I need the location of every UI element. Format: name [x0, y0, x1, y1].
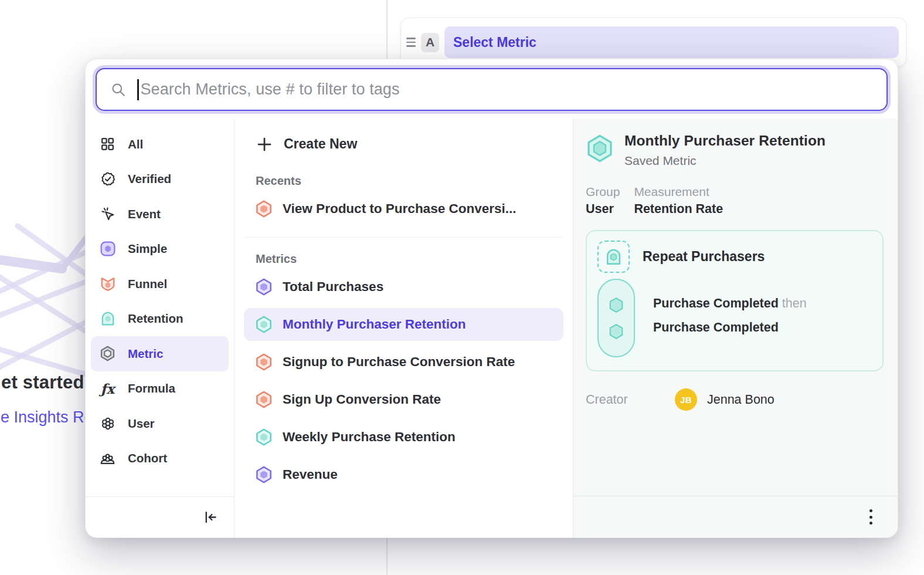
step-connector: then [782, 296, 807, 310]
sidebar-footer [86, 496, 234, 537]
verified-badge-icon [100, 171, 116, 187]
group-value: User [586, 202, 620, 217]
detail-title: Monthly Purchaser Retention [624, 133, 826, 149]
simple-metric-icon [100, 241, 116, 257]
definition-step-2: Purchase Completed [653, 316, 807, 340]
user-cluster-icon [100, 415, 116, 431]
event-hexagon-icon [607, 323, 625, 340]
search-placeholder: Search Metrics, use # to filter to tags [141, 80, 400, 99]
list-item-label: Monthly Purchaser Retention [283, 317, 466, 332]
sidebar-item-label: Metric [128, 347, 163, 361]
list-item-weekly-purchase-retention[interactable]: Weekly Purchase Retention [244, 421, 563, 454]
select-metric-label: Select Metric [453, 35, 536, 50]
sidebar-item-formula[interactable]: ƒx Formula [91, 371, 229, 407]
search-icon [110, 82, 126, 97]
event-hexagon-icon [607, 296, 625, 314]
metric-hexagon-icon [100, 346, 116, 361]
step-2-event: Purchase Completed [653, 320, 779, 334]
list-divider [245, 237, 562, 238]
sidebar-item-event[interactable]: Event [91, 197, 229, 232]
search-row: Search Metrics, use # to filter to tags [86, 59, 898, 119]
funnel-icon [100, 276, 116, 292]
metric-block-letter-badge: A [421, 33, 439, 52]
detail-header: Monthly Purchaser Retention Saved Metric [586, 133, 884, 168]
sidebar-item-retention[interactable]: Retention [91, 302, 229, 337]
list-item-label: Revenue [283, 467, 338, 482]
detail-meta-row: Group User Measurement Retention Rate [586, 185, 884, 217]
detail-footer [573, 496, 898, 537]
list-item-label: Sign Up Conversion Rate [283, 392, 441, 407]
insights-report-link-fragment[interactable]: e Insights Re [1, 408, 93, 427]
creator-row: Creator JB Jenna Bono [586, 388, 884, 411]
event-sequence-capsule [597, 279, 635, 357]
plus-icon [256, 136, 273, 153]
list-item-monthly-purchaser-retention[interactable]: Monthly Purchaser Retention [244, 308, 563, 341]
list-item-label: Signup to Purchase Conversion Rate [283, 354, 515, 370]
metrics-section-title: Metrics [235, 252, 573, 266]
creator-name: Jenna Bono [707, 393, 774, 407]
list-item-label: Total Purchases [283, 279, 383, 295]
metric-definition-card: Repeat Purchasers [586, 230, 884, 371]
text-caret [137, 79, 139, 100]
sidebar-item-label: All [128, 137, 143, 151]
sidebar-item-label: Cohort [128, 451, 167, 465]
sidebar-item-label: Simple [128, 242, 167, 256]
more-options-icon[interactable] [866, 506, 876, 528]
event-metric-icon [255, 466, 273, 483]
measurement-label: Measurement [634, 185, 723, 199]
saved-metric-hexagon-icon [586, 134, 614, 163]
metric-list-column: Create New Recents View Product to Purch… [235, 119, 573, 537]
event-metric-icon [255, 278, 273, 296]
sidebar-item-label: Funnel [128, 277, 167, 291]
sidebar-item-funnel[interactable]: Funnel [91, 266, 229, 302]
cohort-people-icon [100, 451, 116, 466]
list-item-sign-up-conversion-rate[interactable]: Sign Up Conversion Rate [244, 383, 563, 416]
select-metric-button[interactable]: Select Metric [444, 26, 899, 58]
retention-arch-icon [100, 311, 116, 327]
retention-metric-icon [255, 316, 273, 333]
group-label: Group [586, 185, 620, 199]
creator-label: Creator [586, 393, 675, 407]
list-item-recent-metric[interactable]: View Product to Purchase Conversi... [244, 192, 563, 225]
list-item-signup-to-purchase-conversion-rate[interactable]: Signup to Purchase Conversion Rate [244, 346, 563, 378]
onboarding-headline-fragment: et started. [1, 372, 89, 393]
definition-step-1: Purchase Completed then [653, 292, 807, 316]
detail-subtitle: Saved Metric [624, 154, 826, 168]
collapse-sidebar-icon[interactable] [202, 509, 218, 525]
list-item-label: Weekly Purchase Retention [283, 429, 456, 445]
retention-metric-icon [255, 428, 273, 446]
sidebar-item-label: User [128, 417, 155, 431]
list-item-revenue[interactable]: Revenue [244, 458, 563, 491]
search-input[interactable]: Search Metrics, use # to filter to tags [96, 68, 888, 111]
funnel-metric-icon [255, 353, 273, 371]
recents-section-title: Recents [235, 174, 573, 188]
sidebar-item-metric[interactable]: Metric [91, 336, 229, 371]
funnel-metric-icon [255, 391, 273, 408]
step-1-event: Purchase Completed [653, 296, 779, 310]
measurement-value: Retention Rate [634, 202, 723, 217]
creator-avatar: JB [675, 388, 697, 411]
event-cursor-icon [100, 206, 116, 222]
sidebar-item-label: Event [128, 207, 161, 221]
metric-picker-dialog: Search Metrics, use # to filter to tags … [85, 59, 898, 538]
list-item-label: View Product to Purchase Conversi... [283, 201, 516, 217]
grid-icon [100, 136, 116, 152]
sidebar-item-label: Verified [128, 172, 171, 186]
list-item-total-purchases[interactable]: Total Purchases [244, 270, 563, 303]
sidebar-item-user[interactable]: User [91, 406, 229, 441]
drag-handle-icon[interactable] [406, 38, 416, 46]
sidebar-item-label: Retention [128, 312, 184, 326]
create-new-label: Create New [284, 136, 357, 152]
retention-definition-icon [597, 241, 630, 273]
sidebar-item-simple[interactable]: Simple [91, 232, 229, 267]
sidebar-item-verified[interactable]: Verified [91, 162, 229, 197]
definition-name: Repeat Purchasers [643, 249, 765, 265]
type-filter-sidebar: All Verified [86, 119, 235, 537]
sidebar-item-all[interactable]: All [91, 127, 229, 162]
create-new-button[interactable]: Create New [244, 128, 563, 160]
formula-fx-icon: ƒx [100, 381, 116, 397]
metric-detail-panel: Monthly Purchaser Retention Saved Metric… [573, 119, 898, 537]
sidebar-item-label: Formula [128, 381, 175, 395]
funnel-metric-icon [255, 200, 273, 218]
sidebar-item-cohort[interactable]: Cohort [91, 441, 229, 476]
